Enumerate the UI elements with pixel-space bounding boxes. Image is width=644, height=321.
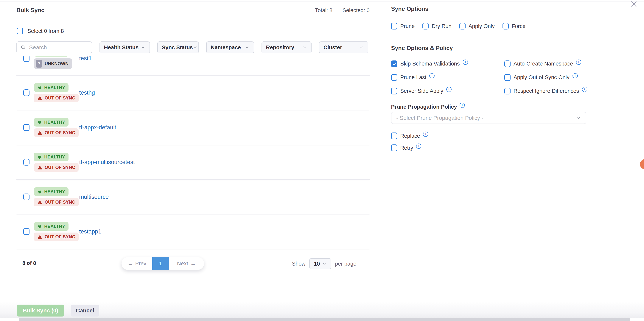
row-checkbox[interactable] xyxy=(23,124,30,131)
health-status-badge: HEALTHY xyxy=(34,83,68,92)
row-checkbox[interactable] xyxy=(23,56,30,62)
row-checkbox[interactable] xyxy=(23,159,30,166)
option-checkbox[interactable] xyxy=(391,60,397,67)
app-name-link[interactable]: testhg xyxy=(79,90,95,96)
table-row: HEALTHY OUT OF SYNC tf-app-multisourcete… xyxy=(16,145,370,180)
row-checkbox[interactable] xyxy=(23,228,30,235)
option-checkbox[interactable] xyxy=(504,60,510,67)
info-icon[interactable]: i xyxy=(446,87,452,92)
page-bottom-strip xyxy=(19,318,630,321)
search-input[interactable] xyxy=(29,44,88,51)
current-page-button[interactable]: 1 xyxy=(152,257,169,270)
select-all-checkbox[interactable] xyxy=(17,28,23,34)
heart-icon xyxy=(37,85,42,90)
footer-top-border xyxy=(17,301,644,301)
info-icon[interactable]: i xyxy=(423,132,428,137)
filters-row: Health Status Sync Status Namespace Repo… xyxy=(16,42,368,54)
sync-option: Respect Ignore Differences i xyxy=(504,87,587,94)
health-status-label: HEALTHY xyxy=(44,85,65,90)
sync-policy-title: Sync Options & Policy xyxy=(391,45,453,52)
per-page-label: per page xyxy=(335,261,356,267)
option-checkbox[interactable] xyxy=(504,74,510,81)
option-checkbox[interactable] xyxy=(391,88,397,94)
option-label: Dry Run xyxy=(432,23,451,29)
retry-option-slot: Retry i xyxy=(391,144,421,151)
app-name-link[interactable]: test1 xyxy=(79,56,92,62)
search-box xyxy=(16,42,92,54)
filter-dropdown[interactable]: Namespace xyxy=(206,42,254,54)
row-checkbox[interactable] xyxy=(23,194,30,200)
floating-widget-button[interactable] xyxy=(640,159,644,170)
info-icon[interactable]: i xyxy=(416,144,421,149)
sync-status-label: OUT OF SYNC xyxy=(44,200,75,205)
status-badges: HEALTHY ? UNKNOWN xyxy=(34,56,77,69)
sync-status-badge: OUT OF SYNC xyxy=(34,128,78,137)
info-icon[interactable]: i xyxy=(460,103,465,108)
health-status-badge: HEALTHY xyxy=(34,222,68,231)
option-checkbox[interactable] xyxy=(504,88,510,94)
app-name-link[interactable]: testapp1 xyxy=(79,228,101,235)
filter-label: Cluster xyxy=(324,44,342,50)
health-status-label: HEALTHY xyxy=(44,154,65,160)
close-icon[interactable] xyxy=(630,0,638,8)
option-checkbox[interactable] xyxy=(422,23,428,30)
info-icon[interactable]: i xyxy=(576,60,581,65)
pager: ← Prev 1 Next → xyxy=(122,257,204,270)
info-icon[interactable]: i xyxy=(572,73,578,78)
chevron-down-icon xyxy=(302,45,307,50)
pagination: 8 of 8 ← Prev 1 Next → Show 10 per page xyxy=(16,257,370,270)
cancel-button[interactable]: Cancel xyxy=(70,304,99,316)
sync-option: Dry Run xyxy=(422,23,451,30)
replace-option-slot: Replace i xyxy=(391,132,428,139)
filter-dropdown[interactable]: Repository xyxy=(262,42,312,54)
next-page-button[interactable]: Next → xyxy=(169,257,204,270)
heart-icon xyxy=(37,190,42,194)
heart-icon xyxy=(37,155,42,160)
sync-status-badge: OUT OF SYNC xyxy=(34,94,78,102)
page-title: Bulk Sync xyxy=(16,7,44,14)
info-icon[interactable]: i xyxy=(429,73,434,78)
show-label: Show xyxy=(292,261,306,267)
info-icon[interactable]: i xyxy=(463,60,468,65)
quick-sync-options: Prune Dry Run Apply Only Force xyxy=(391,23,526,30)
option-label: Respect Ignore Differences xyxy=(514,88,579,94)
selected-count: Selected: 0 xyxy=(342,7,370,14)
result-count: 8 of 8 xyxy=(22,260,36,266)
sync-option: Replace i xyxy=(391,132,428,139)
option-checkbox[interactable] xyxy=(391,132,397,139)
filter-dropdown[interactable]: Sync Status xyxy=(157,42,199,54)
sync-option: Apply Only xyxy=(460,23,495,30)
option-label: Force xyxy=(512,23,526,29)
option-checkbox[interactable] xyxy=(391,74,397,81)
sync-option: Skip Schema Validations i xyxy=(391,60,504,67)
option-label: Prune xyxy=(400,23,414,29)
option-checkbox[interactable] xyxy=(391,144,397,151)
chevron-down-icon xyxy=(140,45,146,50)
option-label: Apply Only xyxy=(468,23,495,29)
app-name-link[interactable]: tf-appx-default xyxy=(79,124,116,131)
sync-status-label: OUT OF SYNC xyxy=(44,130,75,135)
option-checkbox[interactable] xyxy=(502,23,509,30)
table-row: HEALTHY OUT OF SYNC multisource xyxy=(16,180,370,214)
sync-status-label: OUT OF SYNC xyxy=(44,165,75,170)
select-all-row: Select 0 from 8 xyxy=(17,28,64,34)
sync-option: Force xyxy=(502,23,526,30)
health-status-badge: HEALTHY xyxy=(34,187,68,196)
heart-icon xyxy=(37,224,42,229)
prev-page-button[interactable]: ← Prev xyxy=(122,257,152,270)
option-checkbox[interactable] xyxy=(391,23,397,30)
prune-propagation-policy-select[interactable]: - Select Prune Propagation Policy - xyxy=(391,112,586,124)
bulk-sync-button[interactable]: Bulk Sync (0) xyxy=(17,304,64,316)
filter-dropdown[interactable]: Health Status xyxy=(100,42,150,54)
app-name-link[interactable]: tf-app-multisourcetest xyxy=(79,159,135,166)
option-checkbox[interactable] xyxy=(460,23,466,30)
page-size-select[interactable]: 10 xyxy=(309,258,331,269)
option-label: Replace xyxy=(400,133,420,139)
table-row: HEALTHY OUT OF SYNC testapp1 xyxy=(16,214,370,249)
filter-dropdown[interactable]: Cluster xyxy=(319,42,368,54)
health-status-label: HEALTHY xyxy=(44,224,65,229)
sync-option: Server Side Apply i xyxy=(391,87,504,94)
info-icon[interactable]: i xyxy=(582,87,587,92)
app-name-link[interactable]: multisource xyxy=(79,194,109,200)
row-checkbox[interactable] xyxy=(23,90,30,96)
